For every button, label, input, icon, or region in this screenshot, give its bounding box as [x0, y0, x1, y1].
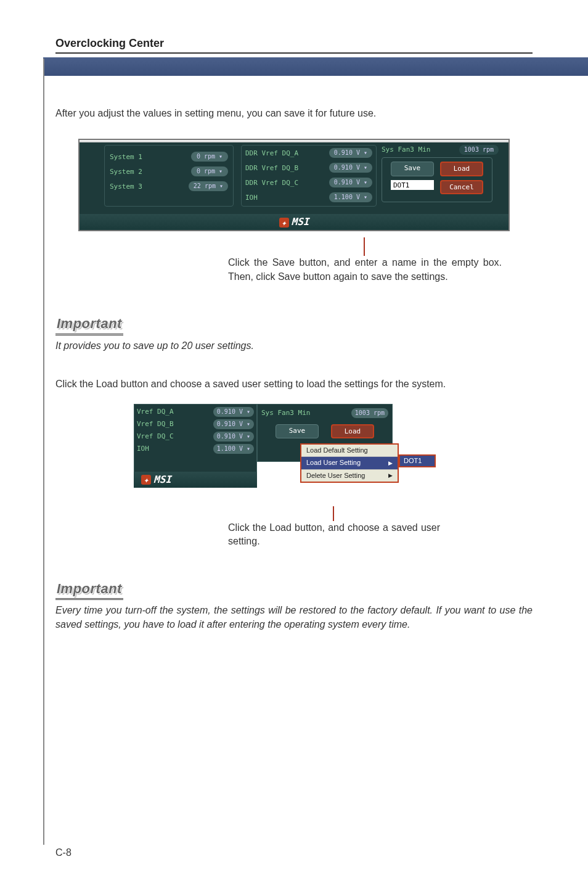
important-heading-2: Important [55, 580, 123, 601]
msi-logo-bar: ✦MSI [80, 214, 508, 230]
page-title: Overclocking Center [55, 37, 164, 49]
header-band [43, 57, 588, 76]
system2-dropdown[interactable]: 0 rpm ▾ [191, 166, 228, 176]
sysfan-value: 1003 rpm [459, 145, 499, 155]
setting-name-input[interactable]: DOT1 [391, 180, 434, 190]
screenshot-save-dialog: System 10 rpm ▾ System 20 rpm ▾ System 3… [78, 139, 510, 231]
voltage-panel: DDR Vref DQ_A0.910 V ▾ DDR Vref DQ_B0.91… [241, 145, 377, 207]
vref-c-label: Vref DQ_C [137, 432, 174, 441]
intro-paragraph: After you adjust the values in setting m… [55, 107, 533, 120]
save-button[interactable]: Save [391, 162, 434, 176]
plus-icon-2: ✦ [141, 475, 151, 485]
header-bar: Overclocking Center [55, 37, 533, 54]
system3-dropdown[interactable]: 22 rpm ▾ [189, 181, 228, 191]
ddr-vref-c-dropdown[interactable]: 0.910 V ▾ [329, 178, 372, 187]
ioh-dropdown[interactable]: 1.100 V ▾ [329, 192, 372, 202]
plus-icon: ✦ [279, 218, 289, 228]
sysfan-label: Sys Fan3 Min [382, 145, 430, 155]
left-margin-rule [43, 59, 44, 845]
screenshot-load-menu: Vref DQ_A0.910 V ▾ Vref DQ_B0.910 V ▾ Vr… [134, 404, 454, 503]
callout-line [364, 237, 365, 256]
load-dropdown-menu: Load Default Setting Load User Setting▶ … [300, 443, 399, 483]
callout-line-2 [333, 506, 334, 521]
sysfan-value-2: 1003 rpm [351, 408, 388, 418]
load-button-2[interactable]: Load [331, 424, 374, 438]
msi-logo-bar-2: ✦MSI [134, 472, 257, 488]
menu-delete-user[interactable]: Delete User Setting▶ [301, 470, 398, 482]
ddr-vref-b-dropdown[interactable]: 0.910 V ▾ [329, 163, 372, 173]
page-number: C-8 [55, 847, 71, 858]
cancel-button[interactable]: Cancel [440, 180, 483, 194]
system2-label: System 2 [110, 167, 142, 176]
ioh-dropdown-2[interactable]: 1.100 V ▾ [213, 444, 254, 454]
system3-label: System 3 [110, 182, 142, 191]
ioh-label-2: IOH [137, 444, 149, 453]
ddr-vref-b-label: DDR Vref DQ_B [245, 163, 298, 173]
vref-a-dropdown[interactable]: 0.910 V ▾ [213, 407, 254, 417]
save-button-2[interactable]: Save [276, 424, 319, 438]
vref-c-dropdown[interactable]: 0.910 V ▾ [213, 432, 254, 442]
important-heading-1: Important [55, 314, 123, 335]
system1-label: System 1 [110, 152, 142, 162]
sysfan-label-2: Sys Fan3 Min [261, 408, 310, 418]
submenu-item-dot1[interactable]: DOT1 [399, 454, 436, 467]
load-instruction: Click the Load button, and choose a save… [228, 521, 440, 549]
menu-load-user[interactable]: Load User Setting▶ [301, 457, 398, 469]
voltage-panel-2: Vref DQ_A0.910 V ▾ Vref DQ_B0.910 V ▾ Vr… [134, 404, 257, 478]
vref-b-label: Vref DQ_B [137, 419, 174, 429]
ddr-vref-a-dropdown[interactable]: 0.910 V ▾ [329, 148, 372, 158]
chevron-right-icon: ▶ [388, 459, 393, 467]
ddr-vref-a-label: DDR Vref DQ_A [245, 149, 298, 158]
important-body-2: Every time you turn-off the system, the … [55, 604, 533, 631]
menu-load-default[interactable]: Load Default Setting [301, 445, 398, 457]
load-intro-paragraph: Click the Load button and choose a saved… [55, 377, 533, 391]
important-body-1: It provides you to save up to 20 user se… [55, 339, 533, 353]
vref-a-label: Vref DQ_A [137, 407, 174, 416]
ioh-label: IOH [245, 193, 258, 202]
chevron-right-icon: ▶ [388, 472, 393, 480]
vref-b-dropdown[interactable]: 0.910 V ▾ [213, 419, 254, 429]
load-button[interactable]: Load [440, 162, 483, 176]
save-panel: Sys Fan3 Min1003 rpm Save Load DOT1 Canc… [382, 145, 499, 202]
save-instruction: Click the Save button, and enter a name … [228, 256, 502, 284]
ddr-vref-c-label: DDR Vref DQ_C [245, 178, 298, 187]
fan-panel: System 10 rpm ▾ System 20 rpm ▾ System 3… [104, 145, 234, 207]
system1-dropdown[interactable]: 0 rpm ▾ [191, 152, 228, 162]
